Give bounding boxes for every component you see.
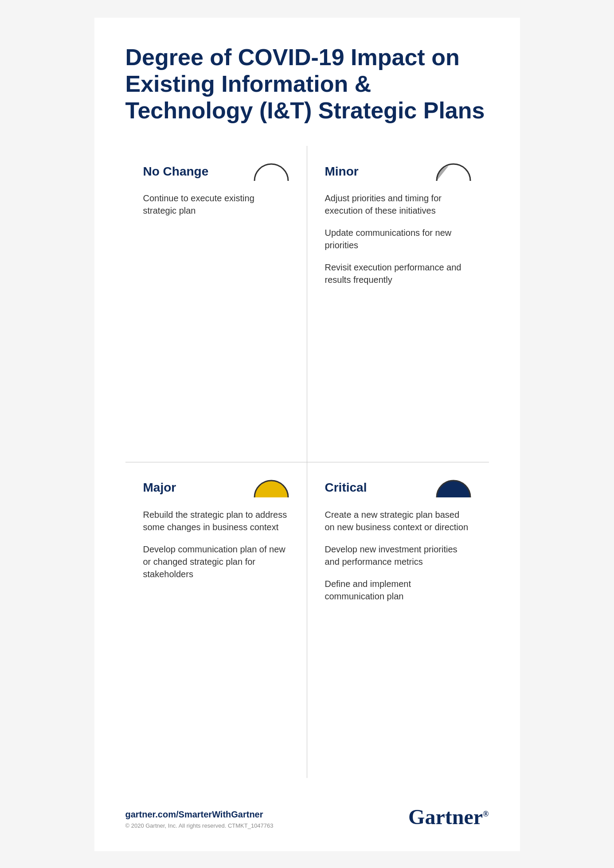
major-item-2: Develop communication plan of new or cha… xyxy=(143,543,289,580)
minor-title: Minor xyxy=(325,164,359,179)
quadrant-major: Major Rebuild the strategic plan to addr… xyxy=(125,462,307,778)
critical-item-3: Define and implement communication plan xyxy=(325,578,471,602)
footer: gartner.com/SmarterWithGartner © 2020 Ga… xyxy=(125,796,489,829)
no-change-title: No Change xyxy=(143,164,209,179)
gartner-logo: Gartner® xyxy=(408,805,489,829)
major-item-1: Rebuild the strategic plan to address so… xyxy=(143,508,289,533)
quadrant-minor: Minor Adjust priorities and timing for e… xyxy=(307,146,489,462)
minor-gauge-icon xyxy=(436,161,471,181)
quadrant-grid: No Change Continue to execute existing s… xyxy=(125,146,489,778)
quadrant-critical: Critical Create a new strategic plan bas… xyxy=(307,462,489,778)
critical-gauge-icon xyxy=(436,478,471,498)
no-change-header: No Change xyxy=(143,161,289,181)
no-change-list: Continue to execute existing strategic p… xyxy=(143,192,289,217)
minor-item-1: Adjust priorities and timing for executi… xyxy=(325,192,471,217)
critical-title: Critical xyxy=(325,481,367,495)
major-gauge-icon xyxy=(254,478,289,498)
critical-item-2: Develop new investment priorities and pe… xyxy=(325,543,471,568)
major-title: Major xyxy=(143,481,176,495)
minor-item-3: Revisit execution performance and result… xyxy=(325,261,471,286)
quadrant-no-change: No Change Continue to execute existing s… xyxy=(125,146,307,462)
footer-copyright: © 2020 Gartner, Inc. All rights reserved… xyxy=(125,822,274,829)
critical-item-1: Create a new strategic plan based on new… xyxy=(325,508,471,533)
minor-header: Minor xyxy=(325,161,471,181)
minor-list: Adjust priorities and timing for executi… xyxy=(325,192,471,286)
critical-header: Critical xyxy=(325,478,471,498)
no-change-item-1: Continue to execute existing strategic p… xyxy=(143,192,289,217)
no-change-gauge-icon xyxy=(254,161,289,181)
footer-url: gartner.com/SmarterWithGartner xyxy=(125,809,274,820)
major-header: Major xyxy=(143,478,289,498)
footer-left: gartner.com/SmarterWithGartner © 2020 Ga… xyxy=(125,809,274,829)
critical-list: Create a new strategic plan based on new… xyxy=(325,508,471,602)
main-card: Degree of COVID-19 Impact on Existing In… xyxy=(94,18,520,851)
major-list: Rebuild the strategic plan to address so… xyxy=(143,508,289,580)
page-title: Degree of COVID-19 Impact on Existing In… xyxy=(125,44,489,124)
minor-item-2: Update communications for new priorities xyxy=(325,227,471,251)
